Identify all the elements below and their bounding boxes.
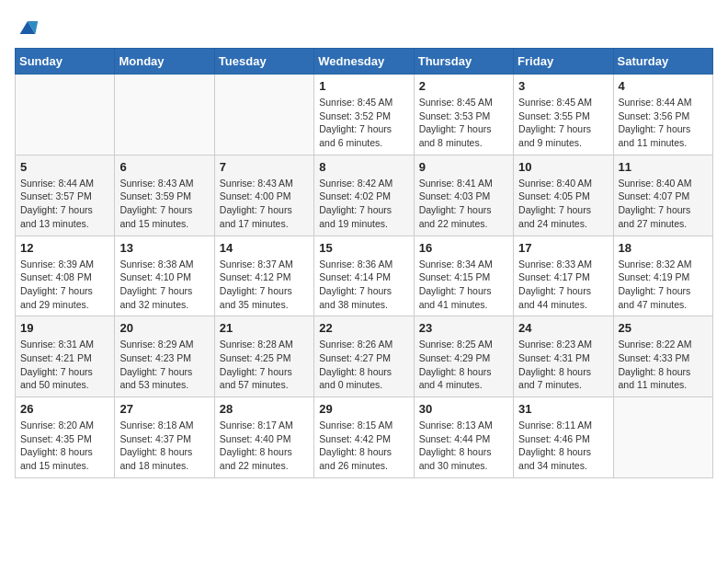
calendar-cell: 13Sunrise: 8:38 AM Sunset: 4:10 PM Dayli…	[115, 236, 214, 316]
day-info: Sunrise: 8:45 AM Sunset: 3:55 PM Dayligh…	[518, 96, 608, 150]
weekday-header-sunday: Sunday	[16, 49, 115, 75]
day-number: 1	[319, 79, 408, 93]
day-info: Sunrise: 8:15 AM Sunset: 4:42 PM Dayligh…	[319, 419, 408, 473]
day-info: Sunrise: 8:11 AM Sunset: 4:46 PM Dayligh…	[518, 419, 608, 473]
day-number: 30	[419, 402, 508, 416]
calendar-week-row: 5Sunrise: 8:44 AM Sunset: 3:57 PM Daylig…	[16, 155, 713, 236]
day-number: 26	[20, 402, 109, 416]
calendar-cell: 21Sunrise: 8:28 AM Sunset: 4:25 PM Dayli…	[214, 316, 313, 397]
day-info: Sunrise: 8:45 AM Sunset: 3:52 PM Dayligh…	[319, 96, 408, 150]
day-info: Sunrise: 8:40 AM Sunset: 4:07 PM Dayligh…	[619, 177, 708, 231]
day-info: Sunrise: 8:32 AM Sunset: 4:19 PM Dayligh…	[619, 258, 708, 312]
day-number: 12	[20, 241, 109, 255]
day-number: 28	[220, 402, 309, 416]
day-number: 7	[220, 160, 309, 174]
day-number: 5	[20, 160, 109, 174]
calendar-cell: 15Sunrise: 8:36 AM Sunset: 4:14 PM Dayli…	[314, 236, 414, 316]
calendar-cell: 2Sunrise: 8:45 AM Sunset: 3:53 PM Daylig…	[414, 75, 513, 155]
day-info: Sunrise: 8:44 AM Sunset: 3:56 PM Dayligh…	[619, 96, 708, 150]
calendar-cell: 9Sunrise: 8:41 AM Sunset: 4:03 PM Daylig…	[414, 155, 513, 236]
day-number: 20	[119, 321, 209, 335]
day-number: 23	[419, 321, 508, 335]
day-info: Sunrise: 8:23 AM Sunset: 4:31 PM Dayligh…	[518, 338, 608, 392]
calendar-cell: 24Sunrise: 8:23 AM Sunset: 4:31 PM Dayli…	[514, 316, 613, 397]
weekday-header-saturday: Saturday	[613, 49, 712, 75]
day-number: 16	[419, 241, 508, 255]
calendar-cell: 6Sunrise: 8:43 AM Sunset: 3:59 PM Daylig…	[115, 155, 214, 236]
day-info: Sunrise: 8:17 AM Sunset: 4:40 PM Dayligh…	[220, 419, 309, 473]
weekday-header-tuesday: Tuesday	[214, 49, 313, 75]
calendar-cell: 31Sunrise: 8:11 AM Sunset: 4:46 PM Dayli…	[514, 397, 613, 478]
day-info: Sunrise: 8:13 AM Sunset: 4:44 PM Dayligh…	[419, 419, 508, 473]
day-number: 2	[419, 79, 508, 93]
calendar-week-row: 12Sunrise: 8:39 AM Sunset: 4:08 PM Dayli…	[16, 236, 713, 316]
day-number: 13	[119, 241, 209, 255]
day-info: Sunrise: 8:43 AM Sunset: 3:59 PM Dayligh…	[119, 177, 209, 231]
day-number: 25	[619, 321, 708, 335]
calendar-cell: 29Sunrise: 8:15 AM Sunset: 4:42 PM Dayli…	[314, 397, 414, 478]
calendar-cell: 18Sunrise: 8:32 AM Sunset: 4:19 PM Dayli…	[613, 236, 712, 316]
day-info: Sunrise: 8:22 AM Sunset: 4:33 PM Dayligh…	[619, 338, 708, 392]
day-info: Sunrise: 8:28 AM Sunset: 4:25 PM Dayligh…	[220, 338, 309, 392]
weekday-header-monday: Monday	[115, 49, 214, 75]
day-info: Sunrise: 8:39 AM Sunset: 4:08 PM Dayligh…	[20, 258, 109, 312]
calendar-week-row: 19Sunrise: 8:31 AM Sunset: 4:21 PM Dayli…	[16, 316, 713, 397]
day-number: 8	[319, 160, 408, 174]
calendar-cell: 14Sunrise: 8:37 AM Sunset: 4:12 PM Dayli…	[214, 236, 313, 316]
page-header	[15, 15, 713, 40]
day-number: 19	[20, 321, 109, 335]
weekday-header-friday: Friday	[514, 49, 613, 75]
calendar-table: SundayMondayTuesdayWednesdayThursdayFrid…	[15, 48, 713, 478]
day-number: 9	[419, 160, 508, 174]
day-number: 21	[220, 321, 309, 335]
day-number: 10	[518, 160, 608, 174]
calendar-cell: 8Sunrise: 8:42 AM Sunset: 4:02 PM Daylig…	[314, 155, 414, 236]
weekday-header-wednesday: Wednesday	[314, 49, 414, 75]
calendar-cell: 30Sunrise: 8:13 AM Sunset: 4:44 PM Dayli…	[414, 397, 513, 478]
calendar-cell: 12Sunrise: 8:39 AM Sunset: 4:08 PM Dayli…	[16, 236, 115, 316]
day-number: 29	[319, 402, 408, 416]
day-number: 15	[319, 241, 408, 255]
day-info: Sunrise: 8:29 AM Sunset: 4:23 PM Dayligh…	[119, 338, 209, 392]
day-info: Sunrise: 8:18 AM Sunset: 4:37 PM Dayligh…	[119, 419, 209, 473]
day-info: Sunrise: 8:26 AM Sunset: 4:27 PM Dayligh…	[319, 338, 408, 392]
calendar-cell: 26Sunrise: 8:20 AM Sunset: 4:35 PM Dayli…	[16, 397, 115, 478]
day-number: 24	[518, 321, 608, 335]
calendar-week-row: 26Sunrise: 8:20 AM Sunset: 4:35 PM Dayli…	[16, 397, 713, 478]
day-info: Sunrise: 8:33 AM Sunset: 4:17 PM Dayligh…	[518, 258, 608, 312]
calendar-cell: 19Sunrise: 8:31 AM Sunset: 4:21 PM Dayli…	[16, 316, 115, 397]
calendar-cell: 17Sunrise: 8:33 AM Sunset: 4:17 PM Dayli…	[514, 236, 613, 316]
calendar-cell	[115, 75, 214, 155]
day-number: 11	[619, 160, 708, 174]
calendar-cell: 4Sunrise: 8:44 AM Sunset: 3:56 PM Daylig…	[613, 75, 712, 155]
day-info: Sunrise: 8:40 AM Sunset: 4:05 PM Dayligh…	[518, 177, 608, 231]
day-info: Sunrise: 8:42 AM Sunset: 4:02 PM Dayligh…	[319, 177, 408, 231]
calendar-cell: 3Sunrise: 8:45 AM Sunset: 3:55 PM Daylig…	[514, 75, 613, 155]
day-info: Sunrise: 8:37 AM Sunset: 4:12 PM Dayligh…	[220, 258, 309, 312]
day-number: 31	[518, 402, 608, 416]
day-number: 27	[119, 402, 209, 416]
logo-icon	[15, 15, 40, 40]
calendar-cell: 28Sunrise: 8:17 AM Sunset: 4:40 PM Dayli…	[214, 397, 313, 478]
day-number: 17	[518, 241, 608, 255]
calendar-cell: 25Sunrise: 8:22 AM Sunset: 4:33 PM Dayli…	[613, 316, 712, 397]
day-number: 18	[619, 241, 708, 255]
calendar-cell: 23Sunrise: 8:25 AM Sunset: 4:29 PM Dayli…	[414, 316, 513, 397]
day-number: 6	[119, 160, 209, 174]
day-info: Sunrise: 8:34 AM Sunset: 4:15 PM Dayligh…	[419, 258, 508, 312]
calendar-cell: 5Sunrise: 8:44 AM Sunset: 3:57 PM Daylig…	[16, 155, 115, 236]
calendar-cell: 22Sunrise: 8:26 AM Sunset: 4:27 PM Dayli…	[314, 316, 414, 397]
calendar-cell	[214, 75, 313, 155]
day-number: 3	[518, 79, 608, 93]
calendar-cell: 11Sunrise: 8:40 AM Sunset: 4:07 PM Dayli…	[613, 155, 712, 236]
weekday-header-thursday: Thursday	[414, 49, 513, 75]
day-number: 4	[619, 79, 708, 93]
calendar-cell	[613, 397, 712, 478]
calendar-header-row: SundayMondayTuesdayWednesdayThursdayFrid…	[16, 49, 713, 75]
day-info: Sunrise: 8:31 AM Sunset: 4:21 PM Dayligh…	[20, 338, 109, 392]
day-info: Sunrise: 8:45 AM Sunset: 3:53 PM Dayligh…	[419, 96, 508, 150]
day-info: Sunrise: 8:25 AM Sunset: 4:29 PM Dayligh…	[419, 338, 508, 392]
calendar-cell: 16Sunrise: 8:34 AM Sunset: 4:15 PM Dayli…	[414, 236, 513, 316]
day-info: Sunrise: 8:38 AM Sunset: 4:10 PM Dayligh…	[119, 258, 209, 312]
day-number: 22	[319, 321, 408, 335]
